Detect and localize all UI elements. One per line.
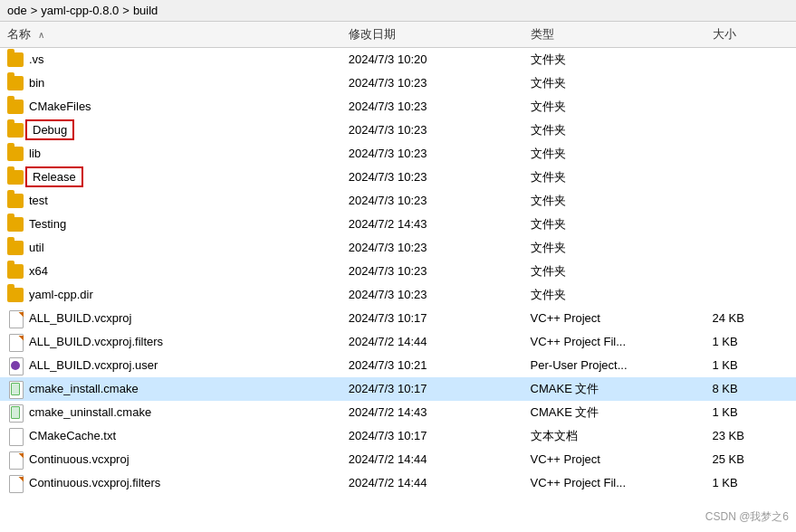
file-date: 2024/7/3 10:20 [341,48,523,71]
col-header-size[interactable]: 大小 [705,22,796,48]
file-date: 2024/7/2 14:43 [341,213,523,236]
table-row[interactable]: Continuous.vcxproj.filters2024/7/2 14:44… [0,471,796,495]
folder-icon [7,288,24,302]
file-type: 文件夹 [523,142,705,166]
folder-icon [7,264,24,279]
table-row[interactable]: x642024/7/3 10:23文件夹 [0,260,796,283]
file-type: 文件夹 [523,119,705,142]
file-name: test [29,194,48,207]
vcxproj-icon [7,475,24,491]
file-name: Release [29,170,80,184]
file-name: ALL_BUILD.vcxproj.filters [29,335,163,348]
file-date: 2024/7/3 10:23 [341,260,523,283]
col-header-type[interactable]: 类型 [523,22,705,48]
folder-icon [7,194,24,208]
breadcrumb-part-3[interactable]: build [133,4,158,17]
folder-icon [7,147,24,161]
file-size [705,283,796,307]
file-date: 2024/7/3 10:21 [341,354,523,377]
table-row[interactable]: Debug2024/7/3 10:23文件夹 [0,119,796,142]
file-size: 1 KB [705,471,796,495]
file-date: 2024/7/3 10:23 [341,189,523,213]
table-row[interactable]: util2024/7/3 10:23文件夹 [0,236,796,260]
file-type: 文件夹 [523,48,705,71]
table-row[interactable]: ALL_BUILD.vcxproj.filters2024/7/2 14:44V… [0,330,796,354]
file-size [705,95,796,119]
table-row[interactable]: CMakeCache.txt2024/7/3 10:17文本文档23 KB [0,424,796,448]
file-type: Per-User Project... [523,354,705,377]
file-size: 23 KB [705,424,796,448]
col-header-name[interactable]: 名称 ∧ [0,22,341,48]
file-name: Testing [29,217,66,231]
file-name: CMakeCache.txt [29,429,116,442]
file-date: 2024/7/3 10:23 [341,71,523,95]
vcxproj-icon [7,451,24,468]
file-name: cmake_uninstall.cmake [29,405,151,419]
file-size [705,71,796,95]
file-name: bin [29,76,44,90]
file-size: 1 KB [705,330,796,354]
file-type: VC++ Project Fil... [523,330,705,354]
table-row[interactable]: Continuous.vcxproj2024/7/2 14:44VC++ Pro… [0,448,796,471]
file-size: 1 KB [705,354,796,377]
file-name: CMakeFiles [29,100,91,113]
file-name: cmake_install.cmake [29,382,139,395]
file-size: 25 KB [705,448,796,471]
breadcrumb-sep-2: > [122,4,129,17]
file-table: 名称 ∧ 修改日期 类型 大小 .vs2024/7/3 10:20文件夹bin2… [0,22,796,495]
vcxproj-icon [7,310,24,327]
file-date: 2024/7/3 10:23 [341,142,523,166]
table-row[interactable]: CMakeFiles2024/7/3 10:23文件夹 [0,95,796,119]
table-row[interactable]: cmake_uninstall.cmake2024/7/2 14:43CMAKE… [0,401,796,424]
table-row[interactable]: yaml-cpp.dir2024/7/3 10:23文件夹 [0,283,796,307]
file-type: 文件夹 [523,95,705,119]
file-type: VC++ Project Fil... [523,471,705,495]
file-size: 24 KB [705,307,796,330]
user-icon [7,357,24,374]
vcxproj-icon [7,334,24,350]
file-date: 2024/7/3 10:23 [341,283,523,307]
file-name: x64 [29,264,48,278]
table-row[interactable]: ALL_BUILD.vcxproj.user2024/7/3 10:21Per-… [0,354,796,377]
breadcrumb-part-1[interactable]: ode [7,4,27,17]
folder-icon [7,217,24,232]
file-type: 文件夹 [523,71,705,95]
file-name: .vs [29,52,44,66]
file-date: 2024/7/2 14:43 [341,401,523,424]
table-row[interactable]: Release2024/7/3 10:23文件夹 [0,166,796,189]
file-size [705,189,796,213]
col-header-date[interactable]: 修改日期 [341,22,523,48]
table-row[interactable]: cmake_install.cmake2024/7/3 10:17CMAKE 文… [0,377,796,401]
file-name: Debug [29,123,71,137]
file-size [705,48,796,71]
table-row[interactable]: ALL_BUILD.vcxproj2024/7/3 10:17VC++ Proj… [0,307,796,330]
file-date: 2024/7/2 14:44 [341,471,523,495]
file-size [705,142,796,166]
folder-icon [7,52,24,67]
watermark: CSDN @我梦之6 [705,509,789,525]
file-date: 2024/7/3 10:17 [341,424,523,448]
file-name: ALL_BUILD.vcxproj [29,311,131,325]
file-date: 2024/7/3 10:23 [341,119,523,142]
file-date: 2024/7/3 10:23 [341,236,523,260]
table-row[interactable]: Testing2024/7/2 14:43文件夹 [0,213,796,236]
file-type: 文件夹 [523,283,705,307]
file-name: ALL_BUILD.vcxproj.user [29,358,158,372]
file-type: 文本文档 [523,424,705,448]
file-size: 1 KB [705,401,796,424]
folder-icon [7,241,24,255]
folder-icon [7,170,24,185]
file-type: 文件夹 [523,213,705,236]
table-row[interactable]: test2024/7/3 10:23文件夹 [0,189,796,213]
file-date: 2024/7/2 14:44 [341,448,523,471]
file-type: CMAKE 文件 [523,401,705,424]
breadcrumb-part-2[interactable]: yaml-cpp-0.8.0 [41,4,119,17]
folder-icon [7,100,24,114]
table-row[interactable]: lib2024/7/3 10:23文件夹 [0,142,796,166]
breadcrumb: ode > yaml-cpp-0.8.0 > build [0,0,796,22]
table-row[interactable]: .vs2024/7/3 10:20文件夹 [0,48,796,71]
cmake-icon [7,404,24,421]
table-row[interactable]: bin2024/7/3 10:23文件夹 [0,71,796,95]
file-date: 2024/7/3 10:23 [341,166,523,189]
file-type: 文件夹 [523,236,705,260]
